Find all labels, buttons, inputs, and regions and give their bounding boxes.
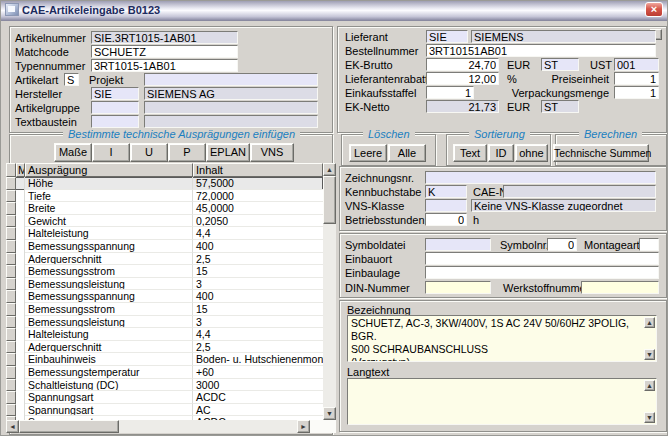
p-button[interactable]: P [168,143,206,162]
table-row[interactable]: EinbauhinweisBoden- u. Hutschienenmontag… [6,353,323,366]
ek-brutto-unit-field[interactable] [541,58,579,71]
table-row[interactable]: Gewicht0,2050 [6,215,323,228]
row-selector[interactable] [6,316,16,329]
textbaustein-code-field[interactable] [91,115,139,128]
row-selector[interactable] [6,290,16,303]
row-selector[interactable] [6,253,16,266]
table-row[interactable]: Bemessungstemperatur+60 [6,366,323,379]
hersteller-code-field[interactable] [91,87,139,100]
hersteller-name-field[interactable] [144,87,318,100]
row-selector[interactable] [6,177,16,190]
app-icon[interactable] [5,3,19,16]
row-selector[interactable] [6,328,16,341]
header-selector[interactable] [6,163,16,177]
typennummer-field[interactable] [91,59,238,72]
technische-summen-button[interactable]: Technische Summen [553,144,649,162]
betriebsstunden-field[interactable] [425,213,467,226]
row-selector[interactable] [6,379,16,392]
textbaustein-name-field[interactable] [144,115,318,128]
table-row[interactable]: Schaltleistung (DC)3000 [6,379,323,392]
table-row[interactable]: Bemessungsspannung400 [6,290,323,303]
row-selector[interactable] [6,341,16,354]
vns-klasse-field[interactable] [425,199,467,212]
header-inhalt[interactable]: Inhalt [193,163,323,177]
table-row[interactable]: Höhe57,5000 [6,177,323,190]
table-row[interactable]: Breite45,0000 [6,202,323,215]
eplan-button[interactable]: EPLAN [206,143,250,162]
lieferant-code-field[interactable] [426,30,468,43]
bezeichnung-textarea[interactable]: SCHUETZ, AC-3, 3KW/400V, 1S AC 24V 50/60… [347,315,657,362]
row-selector[interactable] [6,278,16,291]
scroll-right-icon[interactable]: ► [297,420,310,433]
row-selector[interactable] [6,227,16,240]
bezeichnung-scroll-down-icon[interactable]: ▼ [644,349,655,360]
bezeichnung-scroll-up-icon[interactable]: ▲ [644,317,655,328]
bestellnummer-field[interactable] [426,44,656,57]
lieferantenrabatt-field[interactable] [426,72,499,85]
projekt-field[interactable] [144,73,318,86]
verpackungsmenge-field[interactable] [614,86,659,99]
table-row[interactable]: Bemessungsleistung3 [6,316,323,329]
table-row[interactable]: Bemessungsstrom15 [6,303,323,316]
ust-field[interactable] [614,58,659,71]
alle-button[interactable]: Alle [388,144,426,162]
kennbuchstabe-field[interactable] [425,185,467,198]
zeichnungsnr-field[interactable] [425,171,656,184]
leere-button[interactable]: Leere [349,144,387,162]
langtext-scroll-up-icon[interactable]: ▲ [644,380,655,391]
sort-text-button[interactable]: Text [453,144,487,162]
row-selector[interactable] [6,202,16,215]
u-button[interactable]: U [130,143,168,162]
artikelgruppe-code-field[interactable] [91,101,139,114]
i-button[interactable]: I [92,143,130,162]
row-selector[interactable] [6,303,16,316]
row-selector[interactable] [6,265,16,278]
langtext-scroll-down-icon[interactable]: ▼ [644,412,655,423]
table-row[interactable]: Halteleistung4,4 [6,328,323,341]
table-row[interactable]: Aderquerschnitt2,5 [6,253,323,266]
einkaufsstaffel-field[interactable] [426,86,474,99]
row-selector[interactable] [6,391,16,404]
scroll-up-icon[interactable]: ▲ [323,163,336,176]
ek-brutto-field[interactable] [426,58,499,71]
row-selector[interactable] [6,190,16,203]
row-selector[interactable] [6,404,16,417]
v-scrollbar-thumb[interactable] [323,176,336,224]
scroll-left-icon[interactable]: ◄ [6,420,19,433]
artikelgruppe-name-field[interactable] [144,101,318,114]
cae-nr-field[interactable] [503,185,656,198]
masse-button[interactable]: Maße [54,143,92,162]
einbauort-field[interactable] [425,252,659,265]
table-row[interactable]: Bemessungsleistung3 [6,278,323,291]
vns-klasse-note-field[interactable] [471,199,656,212]
preiseinheit-field[interactable] [614,72,659,85]
table-row[interactable]: Halteleistung4,4 [6,227,323,240]
sort-id-button[interactable]: ID [488,144,514,162]
artikelnummer-field[interactable] [91,31,238,44]
sort-ohne-button[interactable]: ohne [515,144,548,162]
title-bar[interactable]: CAE-Artikeleingabe B0123 × [1,1,667,21]
scroll-down-icon[interactable]: ▼ [323,407,336,420]
ek-netto-unit-field[interactable] [541,100,579,113]
ek-netto-field[interactable] [426,100,499,113]
table-row[interactable]: Bemessungsspannung400 [6,240,323,253]
table-row[interactable]: SpannungsartACDC [6,391,323,404]
matchcode-field[interactable] [91,45,238,58]
row-selector[interactable] [6,366,16,379]
einbaulage-field[interactable] [425,266,659,279]
table-row[interactable]: Bemessungsstrom15 [6,265,323,278]
lieferant-name-field[interactable] [471,30,656,43]
symboldatei-field[interactable] [425,238,491,251]
din-nummer-field[interactable] [425,281,491,294]
table-row[interactable]: SpannungsartAC [6,404,323,417]
header-m[interactable]: M [16,163,25,177]
werkstoffnummer-field[interactable] [581,281,659,294]
row-selector[interactable] [6,215,16,228]
close-icon[interactable]: × [645,2,663,17]
table-row[interactable]: Tiefe72,0000 [6,190,323,203]
table-row[interactable]: Aderquerschnitt2,5 [6,341,323,354]
row-selector[interactable] [6,240,16,253]
montageart-field[interactable] [639,238,659,251]
h-scrollbar-thumb[interactable] [19,420,119,433]
row-selector[interactable] [6,353,16,366]
